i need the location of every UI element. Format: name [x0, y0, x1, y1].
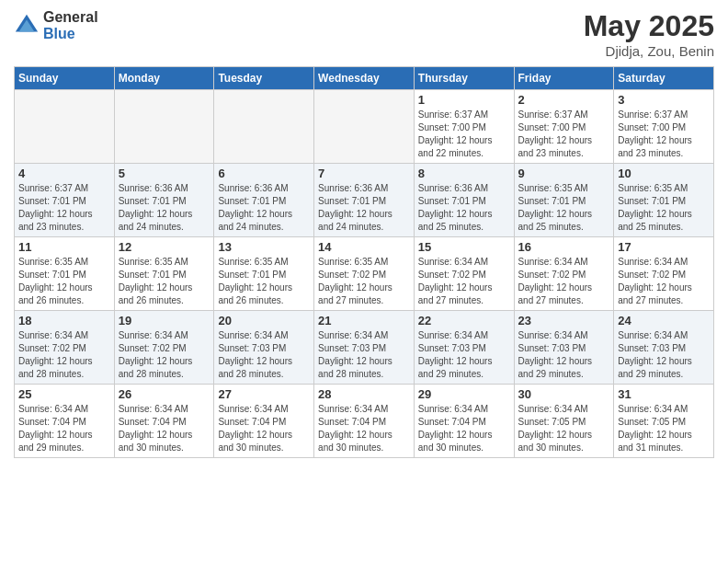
day-info: Sunrise: 6:34 AMSunset: 7:04 PMDaylight:…: [18, 403, 110, 454]
week-row-4: 18Sunrise: 6:34 AMSunset: 7:02 PMDayligh…: [15, 311, 714, 385]
day-info: Sunrise: 6:34 AMSunset: 7:05 PMDaylight:…: [618, 403, 710, 454]
logo-text: General Blue: [43, 9, 98, 41]
weekday-header-row: SundayMondayTuesdayWednesdayThursdayFrid…: [15, 67, 714, 90]
week-row-2: 4Sunrise: 6:37 AMSunset: 7:01 PMDaylight…: [15, 164, 714, 237]
logo-blue: Blue: [43, 26, 98, 42]
calendar-cell: 31Sunrise: 6:34 AMSunset: 7:05 PMDayligh…: [614, 385, 714, 458]
weekday-header-friday: Friday: [514, 67, 614, 90]
calendar-cell: 22Sunrise: 6:34 AMSunset: 7:03 PMDayligh…: [414, 311, 514, 385]
day-info: Sunrise: 6:37 AMSunset: 7:01 PMDaylight:…: [18, 182, 110, 234]
weekday-header-saturday: Saturday: [614, 67, 714, 90]
day-number: 10: [618, 167, 710, 180]
day-info: Sunrise: 6:34 AMSunset: 7:02 PMDaylight:…: [18, 329, 110, 381]
calendar-cell: 5Sunrise: 6:36 AMSunset: 7:01 PMDaylight…: [114, 164, 214, 237]
logo: General Blue: [14, 9, 98, 41]
calendar-cell: 4Sunrise: 6:37 AMSunset: 7:01 PMDaylight…: [15, 164, 115, 237]
calendar-cell: 21Sunrise: 6:34 AMSunset: 7:03 PMDayligh…: [314, 311, 415, 385]
calendar-cell: 9Sunrise: 6:35 AMSunset: 7:01 PMDaylight…: [514, 164, 614, 237]
calendar-cell: 16Sunrise: 6:34 AMSunset: 7:02 PMDayligh…: [514, 237, 614, 311]
day-info: Sunrise: 6:34 AMSunset: 7:02 PMDaylight:…: [418, 256, 510, 307]
day-info: Sunrise: 6:35 AMSunset: 7:01 PMDaylight:…: [119, 256, 210, 307]
calendar-cell: [15, 90, 115, 164]
day-info: Sunrise: 6:34 AMSunset: 7:03 PMDaylight:…: [318, 329, 410, 381]
day-info: Sunrise: 6:34 AMSunset: 7:04 PMDaylight:…: [119, 403, 210, 454]
calendar-cell: 28Sunrise: 6:34 AMSunset: 7:04 PMDayligh…: [314, 385, 415, 458]
weekday-header-sunday: Sunday: [15, 67, 115, 90]
logo-general: General: [43, 9, 98, 26]
day-info: Sunrise: 6:36 AMSunset: 7:01 PMDaylight:…: [418, 182, 510, 234]
calendar-cell: 23Sunrise: 6:34 AMSunset: 7:03 PMDayligh…: [514, 311, 614, 385]
day-info: Sunrise: 6:35 AMSunset: 7:01 PMDaylight:…: [518, 182, 610, 234]
day-number: 27: [218, 387, 310, 401]
calendar-cell: 10Sunrise: 6:35 AMSunset: 7:01 PMDayligh…: [614, 164, 714, 237]
day-info: Sunrise: 6:36 AMSunset: 7:01 PMDaylight:…: [119, 182, 210, 234]
day-info: Sunrise: 6:34 AMSunset: 7:04 PMDaylight:…: [318, 403, 410, 454]
day-info: Sunrise: 6:34 AMSunset: 7:02 PMDaylight:…: [518, 256, 610, 307]
subtitle: Djidja, Zou, Benin: [584, 43, 714, 59]
calendar-cell: 30Sunrise: 6:34 AMSunset: 7:05 PMDayligh…: [514, 385, 614, 458]
day-number: 26: [119, 387, 210, 401]
calendar-cell: 1Sunrise: 6:37 AMSunset: 7:00 PMDaylight…: [414, 90, 514, 164]
day-info: Sunrise: 6:35 AMSunset: 7:01 PMDaylight:…: [18, 256, 110, 307]
day-info: Sunrise: 6:34 AMSunset: 7:03 PMDaylight:…: [518, 329, 610, 381]
day-number: 13: [218, 240, 310, 254]
day-number: 16: [518, 240, 610, 254]
calendar-cell: 18Sunrise: 6:34 AMSunset: 7:02 PMDayligh…: [15, 311, 115, 385]
week-row-1: 1Sunrise: 6:37 AMSunset: 7:00 PMDaylight…: [15, 90, 714, 164]
day-info: Sunrise: 6:37 AMSunset: 7:00 PMDaylight:…: [518, 109, 610, 160]
weekday-header-thursday: Thursday: [414, 67, 514, 90]
calendar-cell: 15Sunrise: 6:34 AMSunset: 7:02 PMDayligh…: [414, 237, 514, 311]
weekday-header-wednesday: Wednesday: [314, 67, 415, 90]
day-info: Sunrise: 6:36 AMSunset: 7:01 PMDaylight:…: [218, 182, 310, 234]
day-number: 1: [418, 93, 510, 107]
calendar-cell: [114, 90, 214, 164]
calendar-table: SundayMondayTuesdayWednesdayThursdayFrid…: [14, 66, 714, 458]
day-number: 6: [218, 167, 310, 180]
day-number: 23: [518, 314, 610, 327]
calendar-cell: 8Sunrise: 6:36 AMSunset: 7:01 PMDaylight…: [414, 164, 514, 237]
calendar-cell: 12Sunrise: 6:35 AMSunset: 7:01 PMDayligh…: [114, 237, 214, 311]
day-info: Sunrise: 6:36 AMSunset: 7:01 PMDaylight:…: [318, 182, 410, 234]
day-info: Sunrise: 6:34 AMSunset: 7:04 PMDaylight:…: [418, 403, 510, 454]
calendar-cell: 2Sunrise: 6:37 AMSunset: 7:00 PMDaylight…: [514, 90, 614, 164]
calendar-cell: 3Sunrise: 6:37 AMSunset: 7:00 PMDaylight…: [614, 90, 714, 164]
day-number: 20: [218, 314, 310, 327]
day-number: 29: [418, 387, 510, 401]
day-number: 4: [18, 167, 110, 180]
weekday-header-tuesday: Tuesday: [214, 67, 314, 90]
day-number: 12: [119, 240, 210, 254]
day-info: Sunrise: 6:34 AMSunset: 7:02 PMDaylight:…: [119, 329, 210, 381]
day-number: 24: [618, 314, 710, 327]
day-number: 9: [518, 167, 610, 180]
calendar-cell: 13Sunrise: 6:35 AMSunset: 7:01 PMDayligh…: [214, 237, 314, 311]
header: General Blue May 2025 Djidja, Zou, Benin: [14, 9, 714, 59]
day-number: 3: [618, 93, 710, 107]
calendar-cell: 6Sunrise: 6:36 AMSunset: 7:01 PMDaylight…: [214, 164, 314, 237]
day-info: Sunrise: 6:34 AMSunset: 7:03 PMDaylight:…: [418, 329, 510, 381]
week-row-3: 11Sunrise: 6:35 AMSunset: 7:01 PMDayligh…: [15, 237, 714, 311]
week-row-5: 25Sunrise: 6:34 AMSunset: 7:04 PMDayligh…: [15, 385, 714, 458]
day-number: 7: [318, 167, 410, 180]
day-number: 30: [518, 387, 610, 401]
day-number: 2: [518, 93, 610, 107]
day-number: 17: [618, 240, 710, 254]
calendar-cell: 25Sunrise: 6:34 AMSunset: 7:04 PMDayligh…: [15, 385, 115, 458]
day-number: 15: [418, 240, 510, 254]
day-number: 8: [418, 167, 510, 180]
calendar-cell: [214, 90, 314, 164]
calendar-cell: 19Sunrise: 6:34 AMSunset: 7:02 PMDayligh…: [114, 311, 214, 385]
calendar-cell: 17Sunrise: 6:34 AMSunset: 7:02 PMDayligh…: [614, 237, 714, 311]
day-info: Sunrise: 6:34 AMSunset: 7:03 PMDaylight:…: [618, 329, 710, 381]
page: General Blue May 2025 Djidja, Zou, Benin…: [0, 0, 728, 563]
day-info: Sunrise: 6:34 AMSunset: 7:03 PMDaylight:…: [218, 329, 310, 381]
day-number: 28: [318, 387, 410, 401]
weekday-header-monday: Monday: [114, 67, 214, 90]
title-block: May 2025 Djidja, Zou, Benin: [584, 9, 714, 59]
day-info: Sunrise: 6:35 AMSunset: 7:02 PMDaylight:…: [318, 256, 410, 307]
day-number: 18: [18, 314, 110, 327]
day-number: 25: [18, 387, 110, 401]
day-number: 21: [318, 314, 410, 327]
main-title: May 2025: [584, 9, 714, 43]
day-info: Sunrise: 6:37 AMSunset: 7:00 PMDaylight:…: [618, 109, 710, 160]
day-info: Sunrise: 6:34 AMSunset: 7:02 PMDaylight:…: [618, 256, 710, 307]
